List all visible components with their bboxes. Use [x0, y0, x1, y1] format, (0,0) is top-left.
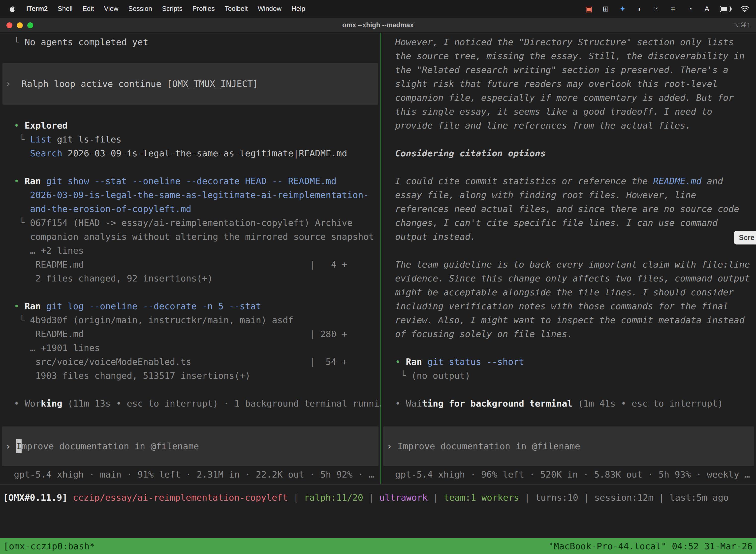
terminal-line: [395, 244, 752, 258]
terminal-line: [395, 383, 752, 397]
terminal-line: the "Related research writing" section i…: [395, 63, 752, 77]
close-button[interactable]: [6, 22, 12, 28]
left-model-status: gpt-5.4 xhigh · main · 91% left · 2.31M …: [0, 467, 380, 482]
terminal-line: [395, 160, 752, 174]
left-input-text: mprove documentation in @filename: [21, 439, 199, 453]
terminal-line: └ 4b9d30f (origin/main, instructkr/main,…: [14, 313, 377, 327]
menu-profiles[interactable]: Profiles: [188, 5, 220, 13]
terminal-line: this single essay, it seems like a good …: [395, 105, 752, 119]
terminal-content: └ No agents completed yet› Ralph loop ac…: [0, 33, 756, 484]
window-shortcut-badge: ⌥⌘1: [733, 21, 756, 29]
ralph-inject-banner: › Ralph loop active continue [OMX_TMUX_I…: [2, 63, 378, 105]
menu-session[interactable]: Session: [123, 5, 157, 13]
tmux-host-clock: "MacBook-Pro-44.local" 04:52 31-Mar-26: [548, 541, 753, 551]
terminal-line: [14, 105, 377, 119]
terminal-line: of focusing solely on file lines.: [395, 327, 752, 341]
terminal-line: including verification notes with those …: [395, 299, 752, 313]
text-cursor: I: [16, 439, 21, 453]
terminal-line: output instead.: [395, 230, 752, 244]
meter-icon[interactable]: ◔: [686, 5, 694, 13]
terminal-line: review. Also, I might want to inspect th…: [395, 313, 752, 327]
terminal-line: [14, 285, 377, 299]
hash-app-icon[interactable]: ⌗: [669, 4, 677, 13]
terminal-line: companion analysis without altering the …: [14, 230, 377, 244]
terminal-line: • Ran git show --stat --oneline --decora…: [14, 174, 377, 188]
apple-menu-icon[interactable]: [7, 5, 21, 13]
terminal-line: README.md | 280 +: [14, 327, 377, 341]
terminal-line: README.md | 4 +: [14, 258, 377, 272]
terminal-line: evidence. Since this change only affects…: [395, 272, 752, 285]
terminal-line: essay file, along with finding root file…: [395, 188, 752, 202]
menu-shell[interactable]: Shell: [53, 5, 78, 13]
terminal-line: However, I noticed the "Directory Struct…: [395, 35, 752, 49]
terminal-line: Search 2026-03-09-is-legal-the-same-as-l…: [14, 147, 377, 160]
terminal-line: 2026-03-09-is-legal-the-same-as-legitima…: [14, 188, 377, 202]
right-pane-bottom: › Improve documentation in @filename gpt…: [381, 427, 756, 484]
terminal-line: • Explored: [14, 119, 377, 132]
right-pane-transcript: However, I noticed the "Directory Struct…: [381, 33, 756, 410]
right-input-text: Improve documentation in @filename: [397, 439, 580, 453]
terminal-line: The team guideline is to back every impo…: [395, 258, 752, 272]
input-source-icon[interactable]: A: [703, 5, 711, 13]
menubar-menus: iTerm2 Shell Edit View Session Scripts P…: [7, 5, 310, 13]
terminal-line: changes, I can't cite specific file line…: [395, 216, 752, 230]
terminal-line: └ List git ls-files: [14, 132, 377, 147]
left-pane-transcript: └ No agents completed yet› Ralph loop ac…: [0, 33, 380, 410]
terminal-line: Considering citation options: [395, 147, 752, 160]
window-grid-icon[interactable]: ⊞: [602, 4, 610, 13]
terminal-line: the source tree, missing the essay. Stil…: [395, 49, 752, 63]
terminal-line: └ (no output): [395, 369, 752, 383]
terminal-pane-left[interactable]: └ No agents completed yet› Ralph loop ac…: [0, 33, 381, 484]
terminal-line: … +2 lines: [14, 244, 377, 258]
terminal-line: [395, 132, 752, 147]
menubar-status-icons: ▣⊞✦◗⁙⌗◔A: [585, 4, 711, 13]
window-title: omx --xhigh --madmax: [0, 21, 756, 29]
window-titlebar[interactable]: omx --xhigh --madmax ⌥⌘1: [0, 18, 756, 33]
tmux-session-name: [omx-cczip0:bash*: [3, 541, 95, 551]
terminal-line: [14, 160, 377, 174]
terminal-line: • Waiting for background terminal (1m 41…: [395, 397, 752, 410]
terminal-line: └ 067f154 (HEAD -> essay/ai-reimplementa…: [14, 216, 377, 230]
wifi-icon[interactable]: [741, 6, 749, 12]
prompt-chevron-icon: ›: [5, 439, 16, 453]
screen-recording-icon[interactable]: ▣: [585, 4, 593, 13]
menu-scripts[interactable]: Scripts: [157, 5, 188, 13]
spark-app-icon[interactable]: ✦: [619, 4, 627, 13]
terminal-line: src/voice/voiceModeEnabled.ts | 54 +: [14, 355, 377, 369]
terminal-line: companion file, especially if more comme…: [395, 91, 752, 105]
right-model-status: gpt-5.4 xhigh · 96% left · 520K in · 5.8…: [381, 467, 756, 482]
terminal-line: └ No agents completed yet: [14, 35, 377, 49]
terminal-line: 1903 files changed, 513517 insertions(+): [14, 369, 377, 383]
menu-edit[interactable]: Edit: [78, 5, 99, 13]
terminal-line: and-the-erosion-of-copyleft.md: [14, 202, 377, 216]
prompt-chevron-icon: ›: [387, 439, 397, 453]
menu-view[interactable]: View: [99, 5, 123, 13]
traffic-lights: [0, 22, 33, 28]
half-circle-app-icon[interactable]: ◗: [635, 5, 643, 13]
terminal-line: [14, 383, 377, 397]
menu-window[interactable]: Window: [253, 5, 287, 13]
zoom-button[interactable]: [27, 22, 33, 28]
terminal-line: references need actual files, and since …: [395, 202, 752, 216]
menu-toolbelt[interactable]: Toolbelt: [220, 5, 253, 13]
dots-grid-icon[interactable]: ⁙: [652, 4, 660, 13]
terminal-line: slight risk that future readers may over…: [395, 77, 752, 91]
screenshot-overlay-tab[interactable]: Scre: [734, 231, 756, 244]
terminal-line: I could cite commit statistics or refere…: [395, 174, 752, 188]
tmux-status-bar: [omx-cczip0:bash* "MacBook-Pro-44.local"…: [0, 538, 756, 554]
terminal-line: • Working (11m 13s • esc to interrupt) ·…: [14, 397, 377, 410]
menu-help[interactable]: Help: [287, 5, 310, 13]
right-prompt-input[interactable]: › Improve documentation in @filename: [383, 427, 754, 466]
left-prompt-input[interactable]: › I mprove documentation in @filename: [2, 427, 378, 466]
omx-session-footer: [OMX#0.11.9] cczip/essay/ai-reimplementa…: [0, 484, 756, 538]
terminal-line: [14, 49, 377, 63]
terminal-pane-right[interactable]: However, I noticed the "Directory Struct…: [381, 33, 756, 484]
battery-icon[interactable]: [720, 6, 732, 12]
menu-iterm2[interactable]: iTerm2: [21, 5, 53, 13]
terminal-line: … +1901 lines: [14, 341, 377, 355]
omx-status-line: [OMX#0.11.9] cczip/essay/ai-reimplementa…: [3, 492, 756, 506]
terminal-line: 2 files changed, 92 insertions(+): [14, 272, 377, 285]
terminal-line: • Ran git status --short: [395, 355, 752, 369]
minimize-button[interactable]: [17, 22, 23, 28]
macos-menubar: iTerm2 Shell Edit View Session Scripts P…: [0, 0, 756, 18]
